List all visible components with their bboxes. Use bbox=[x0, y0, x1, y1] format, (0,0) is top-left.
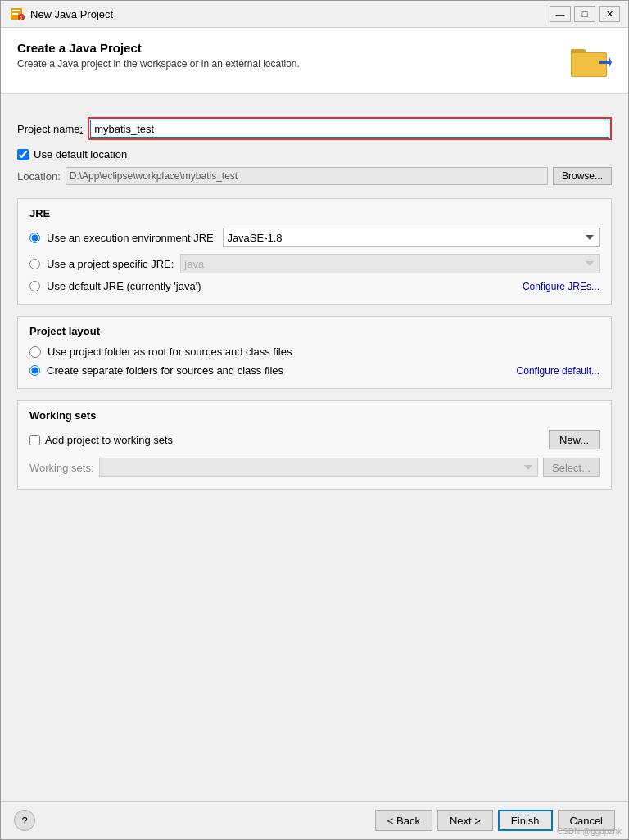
title-bar-left: J New Java Project bbox=[9, 6, 113, 22]
add-to-working-sets-checkbox[interactable] bbox=[29, 435, 40, 445]
svg-rect-2 bbox=[12, 13, 18, 15]
working-sets-input-row: Working sets: Select... bbox=[29, 458, 600, 477]
location-input bbox=[66, 167, 548, 185]
title-bar-controls: — □ ✕ bbox=[550, 6, 620, 22]
project-layout-section: Project layout Use project folder as roo… bbox=[17, 316, 612, 389]
minimize-button[interactable]: — bbox=[550, 6, 571, 22]
header-folder-icon bbox=[569, 41, 612, 80]
jre-execution-env-select[interactable]: JavaSE-1.8 JavaSE-11 JavaSE-17 bbox=[223, 228, 600, 247]
working-sets-label: Working sets: bbox=[29, 462, 94, 474]
jre-radio1-row: Use an execution environment JRE: JavaSE… bbox=[29, 228, 600, 247]
layout-radio2-left: Create separate folders for sources and … bbox=[29, 364, 283, 377]
dialog-window: J New Java Project — □ ✕ Create a Java P… bbox=[0, 0, 629, 840]
jre-radio3-row: Use default JRE (currently 'java') Confi… bbox=[29, 280, 600, 292]
svg-rect-1 bbox=[12, 10, 20, 11]
select-working-set-button[interactable]: Select... bbox=[543, 458, 600, 477]
help-button[interactable]: ? bbox=[14, 810, 35, 831]
page-title: Create a Java Project bbox=[17, 41, 300, 55]
svg-rect-7 bbox=[572, 53, 606, 76]
jre-project-specific-radio[interactable] bbox=[29, 259, 40, 269]
add-to-working-sets-label: Add project to working sets bbox=[45, 434, 173, 446]
dialog-title: New Java Project bbox=[30, 8, 113, 20]
jre-radio3-left: Use default JRE (currently 'java') bbox=[29, 280, 201, 292]
jre-execution-env-radio[interactable] bbox=[29, 233, 40, 243]
new-working-set-button[interactable]: New... bbox=[549, 430, 600, 449]
jre-execution-env-label: Use an execution environment JRE: bbox=[47, 232, 216, 244]
dialog-title-icon: J bbox=[9, 6, 25, 22]
next-button[interactable]: Next > bbox=[437, 810, 493, 831]
location-row: Location: Browse... bbox=[17, 167, 612, 185]
project-name-highlight bbox=[88, 117, 612, 140]
finish-button[interactable]: Finish bbox=[498, 810, 553, 831]
project-name-input[interactable] bbox=[90, 120, 609, 138]
configure-jres-link[interactable]: Configure JREs... bbox=[523, 281, 600, 292]
project-layout-title: Project layout bbox=[29, 325, 600, 337]
close-button[interactable]: ✕ bbox=[599, 6, 620, 22]
browse-button[interactable]: Browse... bbox=[553, 167, 612, 185]
watermark: CSDN @ggdpzhk bbox=[557, 827, 622, 836]
jre-default-radio[interactable] bbox=[29, 281, 40, 291]
header-section: Create a Java Project Create a Java proj… bbox=[1, 28, 628, 94]
jre-default-label: Use default JRE (currently 'java') bbox=[47, 280, 201, 292]
bottom-bar: ? < Back Next > Finish Cancel bbox=[1, 801, 628, 839]
maximize-button[interactable]: □ bbox=[574, 6, 595, 22]
working-sets-add-row: Add project to working sets New... bbox=[29, 430, 600, 449]
working-sets-left: Add project to working sets bbox=[29, 434, 173, 446]
main-content: Project name: Use default location Locat… bbox=[1, 94, 628, 801]
title-bar: J New Java Project — □ ✕ bbox=[1, 1, 628, 28]
jre-project-specific-label: Use a project specific JRE: bbox=[47, 258, 174, 270]
back-button[interactable]: < Back bbox=[375, 810, 432, 831]
header-text: Create a Java Project Create a Java proj… bbox=[17, 41, 300, 70]
jre-project-specific-select[interactable]: java bbox=[180, 254, 600, 273]
layout-separate-folders-label: Create separate folders for sources and … bbox=[47, 364, 283, 377]
layout-project-folder-radio[interactable] bbox=[29, 346, 41, 358]
working-sets-section: Working sets Add project to working sets… bbox=[17, 400, 612, 490]
layout-radio1-row: Use project folder as root for sources a… bbox=[29, 345, 600, 358]
location-label: Location: bbox=[17, 170, 61, 183]
use-default-location-label: Use default location bbox=[34, 148, 127, 160]
layout-radio2-row: Create separate folders for sources and … bbox=[29, 364, 600, 377]
project-name-label: Project name: bbox=[17, 123, 83, 135]
configure-default-link[interactable]: Configure default... bbox=[517, 365, 600, 377]
layout-separate-folders-radio[interactable] bbox=[29, 365, 40, 376]
page-description: Create a Java project in the workspace o… bbox=[17, 58, 300, 70]
working-sets-select[interactable] bbox=[99, 458, 539, 477]
use-default-location-checkbox[interactable] bbox=[17, 149, 29, 160]
layout-project-folder-label: Use project folder as root for sources a… bbox=[48, 345, 292, 358]
working-sets-title: Working sets bbox=[29, 409, 600, 422]
use-default-location-row: Use default location bbox=[17, 148, 612, 160]
jre-section-title: JRE bbox=[29, 207, 600, 219]
svg-text:J: J bbox=[20, 16, 22, 20]
jre-section: JRE Use an execution environment JRE: Ja… bbox=[17, 198, 612, 305]
project-name-row: Project name: bbox=[17, 117, 612, 140]
jre-radio2-row: Use a project specific JRE: java bbox=[29, 254, 600, 273]
